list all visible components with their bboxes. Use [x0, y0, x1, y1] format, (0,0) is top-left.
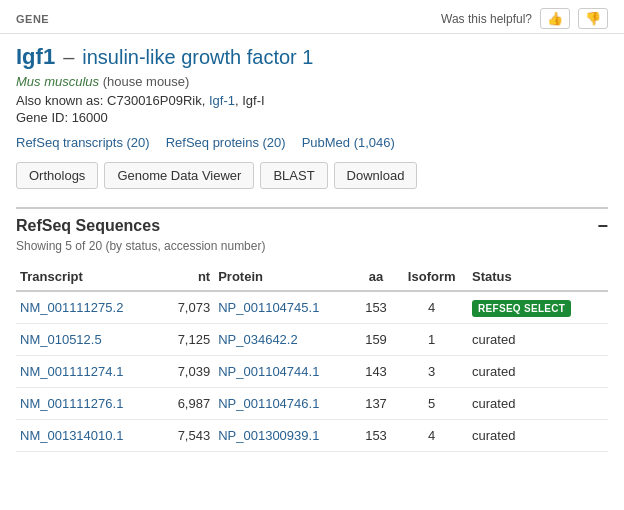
gene-full-name: insulin-like growth factor 1 — [82, 46, 313, 69]
gene-symbol: Igf1 — [16, 44, 55, 70]
gene-id-label: Gene ID: 16000 — [16, 110, 108, 125]
col-protein: Protein — [214, 263, 356, 291]
status-cell: curated — [468, 356, 608, 388]
thumbdown-icon: 👎 — [585, 11, 601, 26]
also-known-values: C730016P09Rik, — [107, 93, 205, 108]
refseq-section-header: RefSeq Sequences − — [16, 207, 608, 235]
nt-cell: 6,987 — [161, 388, 214, 420]
protein-cell: NP_034642.2 — [214, 324, 356, 356]
transcript-cell: NM_001314010.1 — [16, 420, 161, 452]
status-cell: curated — [468, 420, 608, 452]
transcript-cell: NM_001111275.2 — [16, 291, 161, 324]
status-cell: curated — [468, 388, 608, 420]
status-cell: REFSEQ SELECT — [468, 291, 608, 324]
protein-link[interactable]: NP_001104745.1 — [218, 300, 319, 315]
main-content: Igf1 – insulin-like growth factor 1 Mus … — [0, 34, 624, 468]
protein-cell: NP_001300939.1 — [214, 420, 356, 452]
pubmed-link[interactable]: PubMed (1,046) — [302, 135, 395, 150]
nt-cell: 7,039 — [161, 356, 214, 388]
nt-cell: 7,125 — [161, 324, 214, 356]
col-nt: nt — [161, 263, 214, 291]
aa-cell: 159 — [357, 324, 396, 356]
refseq-proteins-link[interactable]: RefSeq proteins (20) — [166, 135, 286, 150]
blast-button[interactable]: BLAST — [260, 162, 327, 189]
status-text: curated — [472, 428, 515, 443]
helpful-section: Was this helpful? 👍 👎 — [441, 8, 608, 29]
section-label: GENE — [16, 13, 49, 25]
thumbdown-button[interactable]: 👎 — [578, 8, 608, 29]
showing-text: Showing 5 of 20 (by status, accession nu… — [16, 239, 608, 253]
collapse-button[interactable]: − — [597, 217, 608, 235]
organism-scientific: Mus musculus — [16, 74, 99, 89]
transcript-link[interactable]: NM_001111275.2 — [20, 300, 123, 315]
aa-cell: 153 — [357, 291, 396, 324]
helpful-label: Was this helpful? — [441, 12, 532, 26]
also-known-sep: , Igf-I — [235, 93, 265, 108]
isoform-cell: 4 — [395, 420, 468, 452]
download-button[interactable]: Download — [334, 162, 418, 189]
transcript-cell: NM_001111276.1 — [16, 388, 161, 420]
protein-cell: NP_001104746.1 — [214, 388, 356, 420]
thumbup-icon: 👍 — [547, 11, 563, 26]
status-cell: curated — [468, 324, 608, 356]
table-row: NM_001111276.16,987NP_001104746.11375cur… — [16, 388, 608, 420]
status-text: curated — [472, 396, 515, 411]
also-known-row: Also known as: C730016P09Rik, Igf-1, Igf… — [16, 93, 608, 108]
aa-cell: 137 — [357, 388, 396, 420]
table-row: NM_010512.57,125NP_034642.21591curated — [16, 324, 608, 356]
links-row: RefSeq transcripts (20) RefSeq proteins … — [16, 135, 608, 150]
transcript-cell: NM_001111274.1 — [16, 356, 161, 388]
also-known-label: Also known as: — [16, 93, 103, 108]
protein-link[interactable]: NP_001300939.1 — [218, 428, 319, 443]
organism-row: Mus musculus (house mouse) — [16, 74, 608, 89]
isoform-cell: 4 — [395, 291, 468, 324]
transcript-link[interactable]: NM_001314010.1 — [20, 428, 123, 443]
top-bar: GENE Was this helpful? 👍 👎 — [0, 0, 624, 34]
organism-informal: (house mouse) — [103, 74, 190, 89]
orthologs-button[interactable]: Orthologs — [16, 162, 98, 189]
isoform-cell: 1 — [395, 324, 468, 356]
transcript-link[interactable]: NM_001111274.1 — [20, 364, 123, 379]
gene-id-row: Gene ID: 16000 — [16, 110, 608, 125]
gene-title-row: Igf1 – insulin-like growth factor 1 — [16, 44, 608, 70]
col-isoform: Isoform — [395, 263, 468, 291]
buttons-row: Orthologs Genome Data Viewer BLAST Downl… — [16, 162, 608, 189]
isoform-cell: 3 — [395, 356, 468, 388]
refseq-transcripts-link[interactable]: RefSeq transcripts (20) — [16, 135, 150, 150]
isoform-cell: 5 — [395, 388, 468, 420]
col-transcript: Transcript — [16, 263, 161, 291]
protein-link[interactable]: NP_001104746.1 — [218, 396, 319, 411]
protein-cell: NP_001104744.1 — [214, 356, 356, 388]
table-header: Transcript nt Protein aa Isoform Status — [16, 263, 608, 291]
transcript-link[interactable]: NM_001111276.1 — [20, 396, 123, 411]
protein-link[interactable]: NP_034642.2 — [218, 332, 298, 347]
title-dash: – — [63, 46, 74, 69]
transcript-link[interactable]: NM_010512.5 — [20, 332, 102, 347]
table-row: NM_001111275.27,073NP_001104745.11534REF… — [16, 291, 608, 324]
table-row: NM_001314010.17,543NP_001300939.11534cur… — [16, 420, 608, 452]
protein-link[interactable]: NP_001104744.1 — [218, 364, 319, 379]
protein-cell: NP_001104745.1 — [214, 291, 356, 324]
refseq-section-title: RefSeq Sequences — [16, 217, 160, 235]
refseq-table: Transcript nt Protein aa Isoform Status … — [16, 263, 608, 452]
aa-cell: 143 — [357, 356, 396, 388]
thumbup-button[interactable]: 👍 — [540, 8, 570, 29]
nt-cell: 7,543 — [161, 420, 214, 452]
table-row: NM_001111274.17,039NP_001104744.11433cur… — [16, 356, 608, 388]
transcript-cell: NM_010512.5 — [16, 324, 161, 356]
table-body: NM_001111275.27,073NP_001104745.11534REF… — [16, 291, 608, 452]
also-known-link1[interactable]: Igf-1 — [209, 93, 235, 108]
col-aa: aa — [357, 263, 396, 291]
status-badge: REFSEQ SELECT — [472, 300, 571, 317]
genome-viewer-button[interactable]: Genome Data Viewer — [104, 162, 254, 189]
col-status: Status — [468, 263, 608, 291]
nt-cell: 7,073 — [161, 291, 214, 324]
status-text: curated — [472, 364, 515, 379]
aa-cell: 153 — [357, 420, 396, 452]
status-text: curated — [472, 332, 515, 347]
